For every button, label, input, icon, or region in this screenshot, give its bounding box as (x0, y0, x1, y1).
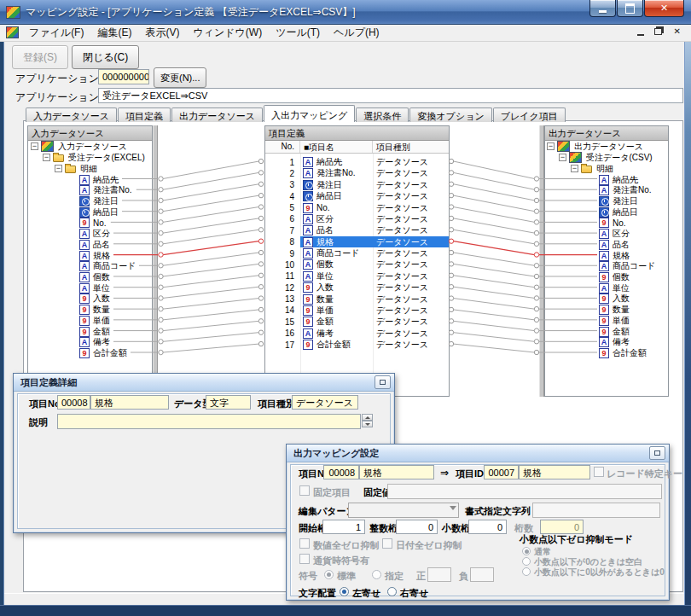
menu-item-編集(E)[interactable]: 編集(E) (90, 24, 138, 42)
change-button[interactable]: 変更(N)... (154, 67, 206, 88)
tree-node-出力データソース[interactable]: −出力データソース (547, 141, 643, 152)
record-key-checkbox[interactable] (594, 467, 604, 477)
tree-item-備考[interactable]: A備考 (79, 337, 110, 348)
tab-ブレイク項目[interactable]: ブレイク項目 (493, 108, 566, 122)
tree-item-個数[interactable]: 9個数 (599, 271, 630, 282)
tab-入力データソース[interactable]: 入力データソース (26, 108, 117, 122)
tree-item-商品コード[interactable]: A商品コード (599, 261, 655, 272)
tree-item-個数[interactable]: A個数 (79, 271, 110, 282)
table-row[interactable]: 2A発注書No.データソース (265, 168, 449, 179)
mdi-restore-button[interactable] (654, 28, 664, 35)
menu-item-ツール(T)[interactable]: ツール(T) (269, 24, 327, 42)
zero-mode-radio-1[interactable] (522, 557, 531, 566)
table-row[interactable]: 139数量データソース (265, 293, 449, 305)
tree-item-規格[interactable]: A規格 (599, 250, 630, 261)
spin-up-icon[interactable] (362, 414, 373, 421)
mdi-close-button[interactable]: ✕ (674, 26, 681, 36)
tree-item-入数[interactable]: 9入数 (599, 293, 630, 305)
table-row[interactable]: 8A規格データソース (265, 236, 449, 247)
collapse-icon[interactable]: − (571, 165, 578, 172)
tree-item-規格[interactable]: A規格 (79, 250, 110, 261)
left-splitter[interactable] (153, 125, 158, 397)
item-id-field[interactable]: 00007 (484, 465, 519, 479)
tab-出力データソース[interactable]: 出力データソース (171, 108, 263, 122)
item-no-field[interactable]: 00008 (57, 395, 90, 410)
tree-item-入数[interactable]: 9入数 (79, 293, 110, 305)
align-left-radio[interactable] (340, 587, 349, 596)
collapse-icon[interactable]: − (31, 142, 38, 150)
tree-node-入力データソース[interactable]: −入力データソース (31, 141, 127, 152)
close-button[interactable]: ✕ (644, 0, 684, 17)
tab-項目定義[interactable]: 項目定義 (118, 108, 171, 122)
plus-field[interactable] (427, 567, 451, 582)
table-row[interactable]: 7A品名データソース (265, 225, 449, 236)
tree-item-納品日[interactable]: 納品日 (79, 206, 119, 218)
menu-item-ファイル(F)[interactable]: ファイル(F) (22, 24, 90, 42)
tree-item-No.[interactable]: 9No. (599, 218, 626, 229)
tree-node-受注データ(EXCEL)[interactable]: −受注データ(EXCEL) (43, 152, 145, 163)
start-digit-field[interactable]: 1 (322, 520, 365, 534)
table-row[interactable]: 9A商品コードデータソース (265, 248, 449, 259)
digits-field[interactable]: 0 (540, 520, 584, 534)
minus-field[interactable] (470, 567, 494, 582)
zero-mode-radio-2[interactable] (522, 567, 531, 576)
item-name-field[interactable]: 規格 (90, 395, 169, 410)
tree-item-金額[interactable]: 9金額 (599, 326, 630, 337)
int-digits-field[interactable]: 0 (396, 520, 438, 534)
collapse-icon[interactable]: − (55, 165, 62, 172)
table-row[interactable]: 149単価データソース (265, 305, 449, 316)
tree-item-数量[interactable]: 9数量 (79, 305, 110, 316)
tree-item-区分[interactable]: A区分 (599, 229, 630, 240)
tree-item-金額[interactable]: 9金額 (79, 326, 110, 337)
item-id-name-field[interactable]: 規格 (519, 465, 590, 479)
tab-選択条件[interactable]: 選択条件 (356, 108, 409, 122)
sign-standard-radio[interactable] (324, 570, 334, 579)
tree-item-合計金額[interactable]: 9合計金額 (599, 348, 647, 359)
tree-item-発注書No.[interactable]: A発注書No. (599, 185, 652, 196)
tree-item-商品コード[interactable]: A商品コード (79, 261, 136, 272)
table-row[interactable]: 4納品日データソース (265, 191, 449, 202)
table-row[interactable]: 6A区分データソース (265, 213, 449, 224)
tree-item-単価[interactable]: 9単価 (599, 315, 630, 326)
collapse-icon[interactable]: − (559, 154, 566, 161)
format-string-field[interactable] (532, 503, 660, 518)
align-right-radio[interactable] (387, 587, 397, 596)
table-row[interactable]: 10A個数データソース (265, 259, 449, 270)
table-row[interactable]: 3発注日データソース (265, 179, 449, 190)
tree-item-品名[interactable]: A品名 (79, 239, 110, 250)
close-window-button[interactable]: 閉じる(C) (72, 45, 139, 69)
description-field[interactable] (57, 414, 361, 429)
tree-item-発注日[interactable]: 発注日 (79, 195, 119, 206)
dec-digits-field[interactable]: 0 (468, 520, 507, 534)
currency-symbol-checkbox[interactable] (299, 554, 310, 564)
tree-item-単価[interactable]: 9単価 (79, 315, 110, 326)
table-row[interactable]: 159金額データソース (265, 317, 449, 328)
tree-item-No.[interactable]: 9No. (79, 218, 107, 229)
table-row[interactable]: 11A単位データソース (265, 270, 449, 282)
tree-item-単位[interactable]: A単位 (599, 282, 630, 293)
table-row[interactable]: 1A納品先データソース (265, 157, 449, 168)
date-zero-suppress-checkbox[interactable] (382, 538, 392, 549)
tree-item-合計金額[interactable]: 9合計金額 (79, 348, 127, 359)
minimize-button[interactable] (589, 0, 616, 17)
maximize-button[interactable] (617, 0, 643, 17)
datatype-field[interactable]: 文字 (206, 395, 251, 410)
sign-specified-radio[interactable] (372, 570, 381, 579)
tree-item-納品先[interactable]: A納品先 (79, 174, 119, 185)
mdi-minimize-button[interactable] (637, 27, 644, 36)
table-row[interactable]: 179合計金額データソース (265, 340, 449, 351)
spin-down-icon[interactable] (362, 421, 373, 427)
fixed-item-checkbox[interactable] (299, 485, 310, 496)
table-row[interactable]: 129入数データソース (265, 282, 449, 293)
edit-pattern-dropdown[interactable] (348, 503, 459, 518)
collapse-icon[interactable]: − (547, 142, 555, 150)
register-button[interactable]: 登録(S) (12, 45, 68, 69)
application-name-field[interactable]: 受注データEXCEL⇒CSV (98, 88, 683, 103)
table-row[interactable]: 59No.データソース (265, 202, 449, 213)
numeric-zero-suppress-checkbox[interactable] (299, 538, 310, 549)
item-no-field[interactable]: 00008 (323, 465, 359, 479)
tree-item-備考[interactable]: A備考 (599, 337, 630, 348)
tree-item-納品日[interactable]: 納品日 (599, 206, 638, 218)
tree-item-区分[interactable]: A区分 (79, 229, 110, 240)
tree-node-受注データ(CSV)[interactable]: −受注データ(CSV) (559, 152, 653, 163)
